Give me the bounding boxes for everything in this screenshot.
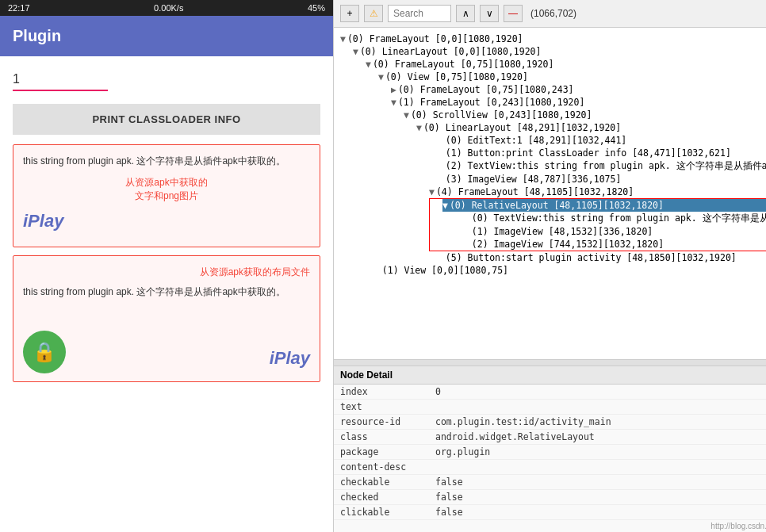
detail-key: clickable [334,505,429,520]
tree-item[interactable]: (0) TextView:this string from plugin apk… [455,212,766,225]
card1-logo: iPlay [23,211,310,232]
detail-value: 0 [429,385,766,400]
card1-text: this string from plugin apk. 这个字符串是从插件ap… [23,155,310,168]
detail-row: checkedfalse [334,490,766,505]
status-network: 0.00K/s [154,3,183,13]
warning-button[interactable]: ⚠ [364,5,383,22]
tree-item[interactable]: ▼(0) ScrollView [0,243][1080,1920] [404,109,766,121]
detail-row: content-desc [334,460,766,475]
expand-button[interactable]: + [340,5,359,22]
tree-item[interactable]: (1) View [0,0][1080,75] [366,264,766,277]
card2-label: 从资源apk获取的布局文件 [23,266,310,279]
inspector-panel: + ⚠ ∧ ∨ — (1066,702) ▼(0) FrameLayout [0… [333,0,766,532]
detail-table: index0textresource-idcom.plugin.test:id/… [334,385,766,520]
detail-key: class [334,430,429,445]
tree-scrollbar[interactable] [334,359,766,366]
card-box-1: this string from plugin apk. 这个字符串是从插件ap… [13,144,320,247]
tree-item[interactable]: ▼(4) FrameLayout [48,1105][1032,1820] [429,186,766,198]
tree-item[interactable]: (5) Button:start plugin activity [48,185… [429,251,766,264]
tree-item[interactable]: ▼(0) FrameLayout [0,75][1080,1920] [366,58,766,71]
detail-row: index0 [334,385,766,400]
card1-label: 从资源apk中获取的文字和png图片 [23,176,310,203]
detail-key: package [334,445,429,460]
detail-value: android.widget.RelativeLayout [429,430,766,445]
tree-item[interactable]: ▼(1) FrameLayout [0,243][1080,1920] [391,96,766,109]
tree-item[interactable]: ▼(0) View [0,75][1080,1920] [378,71,766,83]
detail-row: resource-idcom.plugin.test:id/activity_m… [334,415,766,430]
tree-item[interactable]: ▼(0) LinearLayout [48,291][1032,1920] [416,121,766,134]
watermark: http://blog.csdn.net/hw1iu5 [334,520,766,532]
prev-button[interactable]: ∧ [456,5,475,22]
android-device-panel: 22:17 0.00K/s 45% Plugin PRINT CLASSLOAD… [0,0,333,532]
search-input[interactable] [388,5,451,22]
detail-row: classandroid.widget.RelativeLayout [334,430,766,445]
tree-item[interactable]: (1) Button:print ClassLoader info [48,47… [429,147,766,159]
detail-key: index [334,385,429,400]
app-header: Plugin [0,16,333,56]
status-battery: 45% [308,3,325,13]
tree-item[interactable]: (3) ImageView [48,787][336,1075] [429,173,766,186]
stop-button[interactable]: — [504,5,523,22]
detail-value: false [429,490,766,505]
tree-item[interactable]: (0) EditText:1 [48,291][1032,441] [429,134,766,147]
tree-item-selected[interactable]: ▼(0) RelativeLayout [48,1105][1032,1820] [442,199,766,212]
app-content: PRINT CLASSLOADER INFO this string from … [0,56,333,532]
card2-logo: iPlay [270,348,310,369]
print-classloader-button[interactable]: PRINT CLASSLOADER INFO [13,104,320,135]
coords-label: (1066,702) [530,8,576,19]
app-title: Plugin [13,27,61,44]
detail-row: packageorg.plugin [334,445,766,460]
tree-panel[interactable]: ▼(0) FrameLayout [0,0][1080,1920] ▼(0) L… [334,28,766,359]
status-time: 22:17 [8,3,30,13]
number-input[interactable] [13,69,108,91]
card-box-2: 从资源apk获取的布局文件 this string from plugin ap… [13,255,320,382]
status-bar: 22:17 0.00K/s 45% [0,0,333,16]
detail-value: com.plugin.test:id/activity_main [429,415,766,430]
detail-row: text [334,400,766,415]
detail-key: checked [334,490,429,505]
detail-key: content-desc [334,460,429,475]
node-detail-header: Node Detail [334,366,766,385]
detail-key: checkable [334,475,429,490]
tree-item[interactable]: ▼(0) FrameLayout [0,0][1080,1920] [340,33,766,45]
lock-icon: 🔒 [23,331,66,373]
tree-item[interactable]: (2) ImageView [744,1532][1032,1820] [455,238,766,251]
tree-item[interactable]: ▼(0) LinearLayout [0,0][1080,1920] [353,45,766,58]
red-outline-group: ▼(0) RelativeLayout [48,1105][1032,1820]… [429,198,766,251]
inspector-toolbar: + ⚠ ∧ ∨ — (1066,702) [334,0,766,28]
detail-key: text [334,400,429,415]
tree-item[interactable]: (2) TextView:this string from plugin apk… [429,159,766,173]
tree-item[interactable]: (1) ImageView [48,1532][336,1820] [455,225,766,238]
detail-value [429,460,766,475]
detail-value: false [429,475,766,490]
tree-item[interactable]: ▶(0) FrameLayout [0,75][1080,243] [391,83,766,96]
detail-row: clickablefalse [334,505,766,520]
node-detail-panel: Node Detail index0textresource-idcom.plu… [334,366,766,532]
detail-key: resource-id [334,415,429,430]
next-button[interactable]: ∨ [480,5,499,22]
card2-text: this string from plugin apk. 这个字符串是从插件ap… [23,285,310,299]
detail-value: false [429,505,766,520]
detail-value: org.plugin [429,445,766,460]
detail-value [429,400,766,415]
detail-row: checkablefalse [334,475,766,490]
